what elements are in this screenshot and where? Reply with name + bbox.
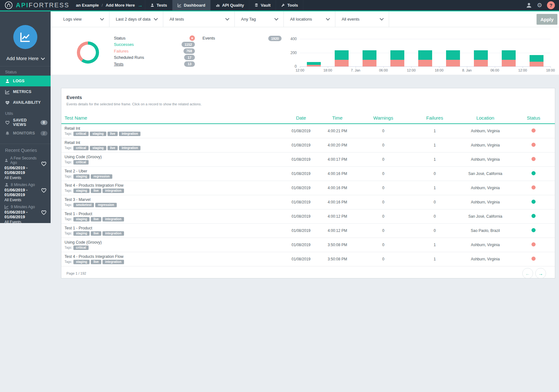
favorite-heart-icon[interactable] bbox=[41, 209, 47, 215]
legend-label: Failures bbox=[114, 49, 128, 53]
tag-staging: staging bbox=[90, 132, 106, 136]
query-ago-label: 8 Minutes Ago bbox=[11, 183, 35, 187]
filter-dropdown-last-2-days-of-data[interactable]: Last 2 days of data bbox=[109, 11, 163, 27]
table-row[interactable]: Test 4 - Products Integration FlowTags:s… bbox=[61, 181, 555, 195]
tab-vault[interactable]: Vault bbox=[249, 0, 276, 10]
filter-dropdown-label: Logs view bbox=[63, 17, 82, 22]
recent-query[interactable]: A Few Seconds Ago01/06/2019 - 01/08/2019… bbox=[4, 156, 51, 180]
tags-label: Tags: bbox=[65, 203, 72, 207]
filter-dropdown-all-events[interactable]: All events bbox=[335, 11, 389, 27]
apply-button[interactable]: Apply bbox=[537, 14, 557, 25]
time-cell: 4:00:12 PM bbox=[321, 214, 354, 219]
x-axis-label: 7. Jan bbox=[346, 68, 365, 72]
tags-line: Tags:stagingliveintegration bbox=[65, 189, 281, 193]
warnings-cell: 0 bbox=[354, 143, 413, 147]
favorite-heart-icon[interactable] bbox=[41, 187, 47, 193]
tag-live: live bbox=[108, 146, 118, 150]
filter-dropdown-label: All tests bbox=[170, 17, 184, 22]
filter-dropdown-all-locations[interactable]: All locations bbox=[284, 11, 335, 27]
test-name: Test 1 - Product bbox=[65, 226, 281, 230]
table-row[interactable]: Test 1 - ProductTags:stagingliveintegrat… bbox=[61, 209, 555, 224]
events-count-badge: 1920 bbox=[268, 36, 282, 41]
filter-bar: Logs viewLast 2 days of dataAll testsAny… bbox=[51, 11, 559, 27]
test-name-cell: Using Code (Groovy)Tags:critical bbox=[61, 240, 281, 250]
chevron-down-icon bbox=[380, 16, 384, 21]
time-cell: 4:00:16 PM bbox=[321, 200, 354, 204]
table-row[interactable]: Retail IntTags:criticalstagingliveintegr… bbox=[61, 138, 555, 152]
query-range: 01/06/2019 - 01/08/2019 bbox=[4, 165, 40, 175]
failures-cell: 0 bbox=[413, 214, 457, 219]
app-logo[interactable]: APIFORTRESS bbox=[0, 1, 76, 9]
date-cell: 01/08/2019 bbox=[281, 129, 321, 133]
status-legend: Status×Successes1152Failures768Scheduled… bbox=[114, 35, 195, 67]
breadcrumb-page[interactable]: Add More Here bbox=[106, 3, 135, 8]
bars-icon bbox=[216, 3, 220, 7]
next-page-button[interactable]: → bbox=[535, 268, 546, 278]
query-ago: A Few Seconds Ago bbox=[4, 156, 40, 165]
legend-count-badge: 768 bbox=[183, 48, 195, 54]
nav-tabs: TestsDashboardAPI QualityVaultTools bbox=[145, 0, 303, 10]
chevron-down-icon bbox=[100, 16, 104, 21]
location-cell: Ashburn, Virginia bbox=[457, 243, 514, 247]
test-name: Test 1 - Product bbox=[65, 212, 281, 216]
gear-icon[interactable]: ⚙ bbox=[537, 2, 542, 9]
tab-dashboard[interactable]: Dashboard bbox=[172, 0, 210, 10]
recent-query[interactable]: 8 Minutes Ago01/06/2019 - 01/08/2019All … bbox=[4, 183, 51, 202]
table-row[interactable]: Retail IntTags:criticalstagingliveintegr… bbox=[61, 124, 555, 138]
filter-dropdown-any-tag[interactable]: Any Tag bbox=[235, 11, 284, 27]
filter-dropdown-all-tests[interactable]: All tests bbox=[163, 11, 235, 27]
count-badge: 2 bbox=[40, 131, 47, 136]
filter-dropdown-logs-view[interactable]: Logs view bbox=[51, 11, 109, 27]
tags-line: Tags:stagingliveintegration bbox=[65, 231, 281, 236]
sidebar-item-availability[interactable]: AVAILABILITY bbox=[0, 97, 51, 108]
user-account-icon[interactable] bbox=[526, 2, 532, 9]
axis-tick bbox=[523, 66, 523, 68]
y-axis-label: 200 bbox=[282, 51, 297, 55]
tab-api-quality[interactable]: API Quality bbox=[210, 0, 249, 10]
tags-line: Tags:critical bbox=[65, 160, 281, 165]
tag-live: live bbox=[91, 260, 101, 264]
user-icon bbox=[5, 79, 10, 84]
table-row[interactable]: Test 2 - UberTags:stagingregression01/08… bbox=[61, 167, 555, 181]
table-row[interactable]: Test 1 - ProductTags:stagingliveintegrat… bbox=[61, 224, 555, 238]
sidebar-item-label: SAVED VIEWS bbox=[13, 118, 37, 127]
status-cell bbox=[514, 171, 553, 176]
prev-page-button[interactable]: ← bbox=[522, 268, 533, 278]
query-range: 01/06/2019 - 01/08/2019 bbox=[4, 210, 40, 219]
breadcrumb-project[interactable]: an Example bbox=[76, 3, 99, 8]
failures-bar-segment bbox=[390, 60, 404, 66]
bar-group bbox=[390, 50, 404, 66]
sidebar-item-logs[interactable]: LOGS bbox=[0, 76, 51, 86]
table-row[interactable]: Test 4 - Products Integration FlowTags:s… bbox=[61, 252, 555, 266]
project-avatar[interactable] bbox=[13, 25, 37, 49]
heart-icon bbox=[5, 120, 10, 125]
sidebar-item-metrics[interactable]: METRICS bbox=[0, 86, 51, 97]
query-ago-label: A Few Seconds Ago bbox=[10, 156, 40, 165]
recent-query[interactable]: 9 Minutes Ago01/06/2019 - 01/08/2019All … bbox=[4, 205, 51, 223]
table-row[interactable]: Test 3 - MarvelTags:smoketestregression0… bbox=[61, 195, 555, 209]
status-legend-tests[interactable]: Tests13 bbox=[114, 61, 195, 67]
favorite-heart-icon[interactable] bbox=[41, 161, 47, 167]
help-icon[interactable]: ? bbox=[547, 1, 555, 9]
tab-tests[interactable]: Tests bbox=[145, 0, 172, 10]
time-cell: 4:00:21 PM bbox=[321, 129, 354, 133]
project-selector[interactable]: Add More Here bbox=[0, 56, 51, 61]
arrow-right-icon[interactable]: → bbox=[138, 3, 143, 8]
failures-bar-segment bbox=[363, 60, 376, 66]
status-panel: Status×Successes1152Failures768Scheduled… bbox=[51, 27, 559, 75]
tab-tools[interactable]: Tools bbox=[276, 0, 303, 10]
status-cell bbox=[514, 128, 553, 134]
x-axis-label: 8. Jan bbox=[457, 68, 476, 72]
sidebar-item-saved-views[interactable]: SAVED VIEWS0 bbox=[0, 117, 51, 128]
test-name: Test 4 - Products Integration Flow bbox=[65, 183, 281, 188]
date-cell: 01/08/2019 bbox=[281, 143, 321, 147]
sidebar-item-monitors[interactable]: MONITORS2 bbox=[0, 128, 51, 139]
filter-dropdown-label: Last 2 days of data bbox=[116, 17, 151, 22]
table-row[interactable]: Using Code (Groovy)Tags:critical01/08/20… bbox=[61, 238, 555, 252]
time-cell: 4:00:17 PM bbox=[321, 157, 354, 162]
query-scope: All Events bbox=[4, 220, 40, 223]
date-cell: 01/08/2019 bbox=[281, 214, 321, 219]
tags-label: Tags: bbox=[65, 160, 72, 164]
tags-label: Tags: bbox=[65, 246, 72, 249]
table-row[interactable]: Using Code (Groovy)Tags:critical01/08/20… bbox=[61, 152, 555, 167]
